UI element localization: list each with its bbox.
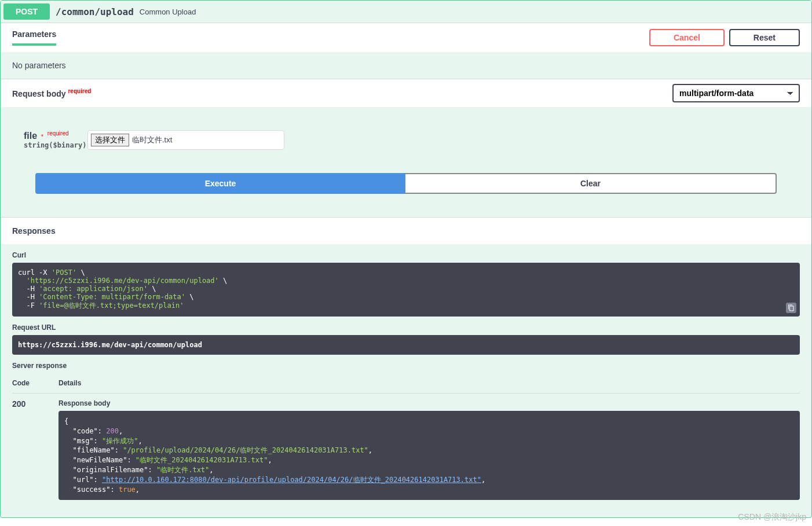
request-url-block: https://c5zzxi.i996.me/dev-api/common/up…: [12, 335, 800, 355]
responses-section: Curl curl -X 'POST' \ 'https://c5zzxi.i9…: [1, 251, 811, 517]
parameters-tab[interactable]: Parameters: [12, 30, 56, 46]
no-parameters-text: No parameters: [1, 52, 811, 79]
operation-summary[interactable]: POST /common/upload Common Upload: [1, 1, 811, 23]
chosen-file-name: 临时文件.txt: [132, 135, 172, 145]
operation-path: /common/upload: [50, 6, 140, 17]
request-body-section: file * required string($binary) 选择文件 临时文…: [1, 107, 811, 217]
operation-block: POST /common/upload Common Upload Parame…: [0, 0, 812, 518]
curl-cmd: curl -X: [18, 268, 52, 277]
json-val-newFileName: "临时文件_20240426142031A713.txt": [136, 456, 268, 464]
operation-description: Common Upload: [140, 8, 196, 16]
request-body-header: Request body required multipart/form-dat…: [1, 79, 811, 107]
param-type: string($binary): [24, 141, 87, 149]
choose-file-button[interactable]: 选择文件: [91, 134, 129, 146]
curl-f1b: 'file=@临时文件.txt;type=text/plain': [39, 301, 184, 310]
curl-label: Curl: [12, 251, 800, 259]
curl-h1a: -H: [26, 285, 39, 293]
parameters-header: Parameters Cancel Reset: [1, 23, 811, 52]
param-name: file: [24, 131, 37, 141]
json-key-fileName: "fileName": [72, 446, 114, 454]
content-type-select[interactable]: multipart/form-data: [672, 84, 800, 102]
json-key-msg: "msg": [72, 437, 93, 445]
curl-block: curl -X 'POST' \ 'https://c5zzxi.i996.me…: [12, 263, 800, 317]
execute-button[interactable]: Execute: [35, 173, 405, 194]
response-table-header: Code Details: [12, 373, 800, 393]
required-label: required: [68, 88, 91, 94]
curl-h1b: 'accept: application/json': [39, 285, 148, 293]
json-val-success: true: [119, 485, 136, 494]
json-val-url: "http://10.0.160.172:8080/dev-api/profil…: [102, 476, 481, 484]
json-key-newFileName: "newFileName": [72, 456, 127, 464]
curl-h2b: 'Content-Type: multipart/form-data': [39, 293, 185, 301]
copy-icon[interactable]: [786, 303, 796, 313]
curl-method: 'POST': [52, 268, 76, 277]
responses-title: Responses: [1, 218, 811, 244]
json-key-success: "success": [72, 485, 110, 494]
param-required-label: required: [47, 130, 69, 137]
col-details: Details: [58, 379, 800, 387]
json-val-originalFilename: "临时文件.txt": [156, 466, 209, 474]
json-key-code: "code": [72, 427, 97, 435]
file-input[interactable]: 选择文件 临时文件.txt: [87, 130, 284, 150]
server-response-label: Server response: [12, 362, 800, 370]
method-badge: POST: [3, 3, 50, 20]
response-body-label: Response body: [58, 399, 800, 407]
col-code: Code: [12, 379, 58, 387]
request-body-title: Request body: [12, 89, 66, 98]
json-key-url: "url": [72, 476, 93, 484]
required-star: *: [39, 134, 45, 140]
json-val-code: 200: [106, 427, 119, 435]
cancel-button[interactable]: Cancel: [649, 29, 725, 46]
json-val-fileName: "/profile/upload/2024/04/26/临时文件_2024042…: [123, 446, 368, 454]
clear-button[interactable]: Clear: [405, 173, 777, 194]
request-url-label: Request URL: [12, 323, 800, 332]
watermark: CSDN @浪淘沙jkp: [738, 512, 806, 523]
response-code: 200: [12, 399, 58, 500]
response-body-block: { "code": 200, "msg": "操作成功", "fileName"…: [58, 411, 800, 500]
curl-h2a: -H: [26, 293, 39, 301]
reset-button[interactable]: Reset: [729, 29, 800, 46]
json-val-msg: "操作成功": [102, 437, 138, 445]
curl-url: 'https://c5zzxi.i996.me/dev-api/common/u…: [26, 277, 218, 285]
param-row-file: file * required string($binary) 选择文件 临时文…: [12, 119, 800, 161]
json-key-originalFilename: "originalFilename": [72, 466, 148, 474]
curl-f1a: -F: [26, 301, 39, 310]
response-row: 200 Response body { "code": 200, "msg": …: [12, 393, 800, 506]
